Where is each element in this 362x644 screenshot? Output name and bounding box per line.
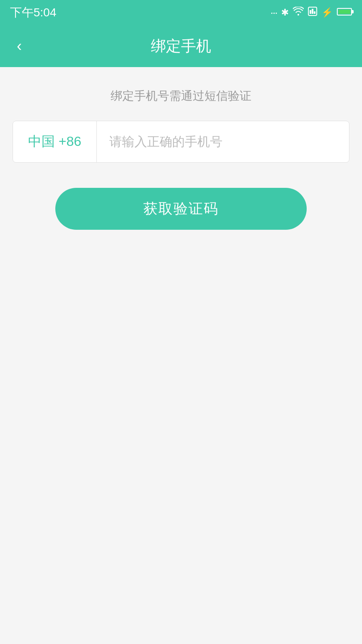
- charge-icon: ⚡: [321, 7, 333, 18]
- back-button[interactable]: ‹: [13, 34, 26, 58]
- app-bar: ‹ 绑定手机: [0, 25, 362, 67]
- subtitle-text: 绑定手机号需通过短信验证: [13, 88, 349, 104]
- country-code-selector[interactable]: 中国 +86: [13, 121, 97, 162]
- status-time: 下午5:04: [10, 5, 57, 21]
- svg-rect-3: [314, 11, 315, 14]
- signal-dots-icon: ···: [270, 6, 277, 19]
- battery-icon: [337, 7, 352, 18]
- page-title: 绑定手机: [151, 36, 211, 57]
- status-icons: ··· ✱ ⚡: [270, 6, 352, 19]
- bluetooth-icon: ✱: [281, 7, 289, 18]
- status-bar: 下午5:04 ··· ✱ ⚡: [0, 0, 362, 25]
- phone-number-input[interactable]: [97, 121, 349, 162]
- svg-rect-2: [312, 9, 313, 14]
- get-verification-code-button[interactable]: 获取验证码: [55, 188, 307, 230]
- wifi-icon: [293, 7, 304, 18]
- content-area: 绑定手机号需通过短信验证 中国 +86 获取验证码: [0, 67, 362, 644]
- svg-rect-1: [310, 10, 311, 14]
- phone-input-row: 中国 +86: [13, 121, 349, 163]
- sim-icon: [308, 7, 317, 18]
